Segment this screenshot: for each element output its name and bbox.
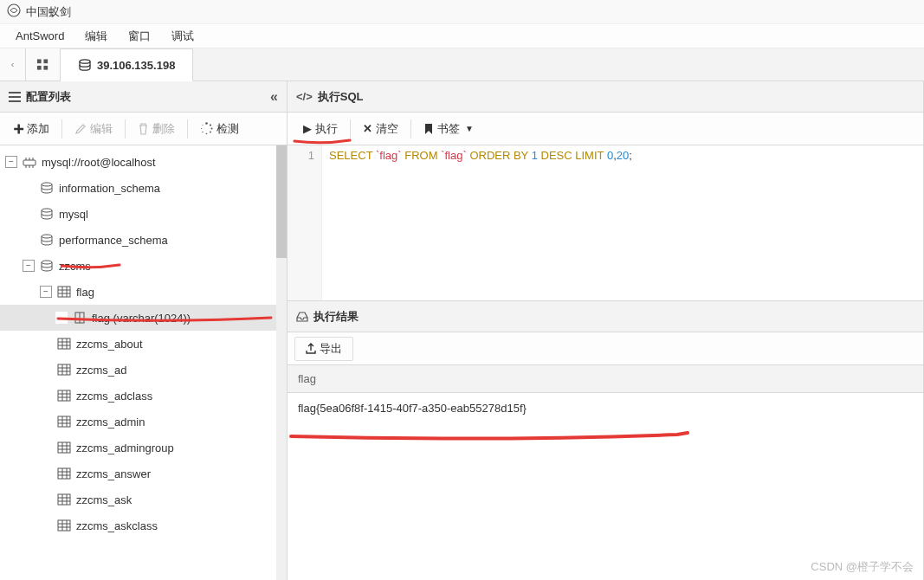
connection-tab[interactable]: 39.106.135.198 xyxy=(61,48,193,81)
svg-point-13 xyxy=(206,133,208,135)
table-zzcms-askclass[interactable]: zzcms_askclass xyxy=(0,512,287,538)
svg-rect-29 xyxy=(58,468,70,479)
delete-button[interactable]: 删除 xyxy=(129,118,184,140)
table-flag[interactable]: − flag xyxy=(0,279,287,305)
sidebar-title: 配置列表 xyxy=(26,89,71,105)
separator xyxy=(61,119,62,139)
home-tab[interactable] xyxy=(26,48,61,81)
delete-label: 删除 xyxy=(152,121,175,137)
tree-scrollbar-thumb[interactable] xyxy=(276,145,287,258)
check-button[interactable]: 检测 xyxy=(191,118,248,140)
tab-bar: 39.106.135.198 xyxy=(0,48,924,81)
svg-rect-25 xyxy=(58,364,70,375)
bookmark-label: 书签 xyxy=(437,121,460,137)
db-information-schema[interactable]: information_schema xyxy=(0,175,287,201)
run-button[interactable]: ▶ 执行 xyxy=(294,118,346,140)
clear-button[interactable]: ✕ 清空 xyxy=(354,118,407,140)
add-button[interactable]: ➕︎ 添加 xyxy=(5,118,58,140)
collapse-icon[interactable]: − xyxy=(40,286,52,298)
sql-editor[interactable]: 1 SELECT `flag` FROM `flag` ORDER BY 1 D… xyxy=(288,145,923,301)
database-icon xyxy=(38,234,55,246)
db-label: performance_schema xyxy=(59,234,168,247)
separator xyxy=(125,119,126,139)
export-label: 导出 xyxy=(320,341,342,357)
table-zzcms-about[interactable]: zzcms_about xyxy=(0,331,287,357)
ident-flag-table: `flag` xyxy=(441,149,467,162)
svg-rect-2 xyxy=(43,59,48,63)
menu-debug[interactable]: 调试 xyxy=(163,26,203,47)
svg-rect-24 xyxy=(58,338,70,349)
database-icon xyxy=(38,208,55,220)
separator xyxy=(187,119,188,139)
table-zzcms-admin[interactable]: zzcms_admin xyxy=(0,409,287,435)
svg-point-12 xyxy=(210,132,211,133)
app-icon xyxy=(7,3,21,20)
result-grid[interactable]: flag flag{5ea06f8f-1415-40f7-a350-eab552… xyxy=(288,365,923,580)
svg-point-21 xyxy=(42,261,52,264)
chevron-down-icon: ▼ xyxy=(465,124,474,133)
db-zzcms[interactable]: − zzcms xyxy=(0,253,287,279)
column-flag[interactable]: flag (varchar(1024)) xyxy=(0,305,287,331)
table-label: zzcms_askclass xyxy=(76,519,158,532)
sidebar-toolbar: ➕︎ 添加 编辑 删除 检测 xyxy=(0,113,287,145)
edit-label: 编辑 xyxy=(90,121,113,137)
edit-button[interactable]: 编辑 xyxy=(66,118,121,140)
separator xyxy=(410,119,411,139)
table-zzcms-answer[interactable]: zzcms_answer xyxy=(0,461,287,487)
kw-desc: DESC xyxy=(541,149,572,162)
db-tree[interactable]: − mysql://root@localhost information_sch… xyxy=(0,145,287,580)
menu-antsword[interactable]: AntSword xyxy=(7,27,73,45)
svg-rect-6 xyxy=(9,92,21,93)
sql-toolbar: ▶ 执行 ✕ 清空 书签 ▼ xyxy=(288,113,923,145)
table-label: zzcms_answer xyxy=(76,467,151,480)
export-button[interactable]: 导出 xyxy=(294,337,353,361)
code-icon: </> xyxy=(296,90,313,103)
collapse-icon[interactable]: − xyxy=(5,156,17,168)
menu-bar: AntSword 编辑 窗口 调试 xyxy=(0,24,924,48)
table-icon xyxy=(55,364,73,376)
pencil-icon xyxy=(74,123,87,135)
menu-edit[interactable]: 编辑 xyxy=(76,26,116,47)
db-performance-schema[interactable]: performance_schema xyxy=(0,227,287,253)
connection-tab-label: 39.106.135.198 xyxy=(97,59,175,72)
svg-point-15 xyxy=(201,128,202,129)
menu-window[interactable]: 窗口 xyxy=(120,26,159,47)
db-mysql[interactable]: mysql xyxy=(0,201,287,227)
tab-nav-left[interactable] xyxy=(0,48,26,81)
table-zzcms-ad[interactable]: zzcms_ad xyxy=(0,357,287,383)
ident-flag: `flag` xyxy=(376,149,402,162)
svg-rect-31 xyxy=(58,520,70,531)
svg-rect-26 xyxy=(58,390,70,401)
svg-point-0 xyxy=(8,4,20,16)
table-icon xyxy=(55,441,73,454)
svg-point-14 xyxy=(202,132,203,132)
window-title: 中国蚁剑 xyxy=(26,4,71,20)
svg-rect-1 xyxy=(37,59,42,63)
result-cell[interactable]: flag{5ea06f8f-1415-40f7-a350-eab55278d15… xyxy=(288,393,923,423)
sidebar-collapse[interactable]: « xyxy=(270,89,278,105)
loading-icon xyxy=(200,122,213,135)
svg-point-18 xyxy=(42,183,52,186)
table-zzcms-adclass[interactable]: zzcms_adclass xyxy=(0,383,287,409)
table-label: zzcms_adclass xyxy=(76,390,152,403)
collapse-icon[interactable]: − xyxy=(23,260,35,272)
svg-rect-28 xyxy=(58,442,70,453)
bookmark-button[interactable]: 书签 ▼ xyxy=(415,118,482,140)
svg-point-9 xyxy=(205,122,208,125)
line-number: 1 xyxy=(288,149,314,162)
sql-code[interactable]: SELECT `flag` FROM `flag` ORDER BY 1 DES… xyxy=(322,145,639,300)
connection-icon xyxy=(21,155,38,169)
sql-header-label: 执行SQL xyxy=(318,89,364,105)
trash-icon xyxy=(138,123,149,135)
table-zzcms-admingroup[interactable]: zzcms_admingroup xyxy=(0,435,287,461)
annotation-underline xyxy=(288,431,695,443)
tree-root-label: mysql://root@localhost xyxy=(42,156,156,169)
result-column-header[interactable]: flag xyxy=(288,365,923,393)
db-label: information_schema xyxy=(59,182,160,195)
database-icon xyxy=(38,182,55,194)
table-zzcms-ask[interactable]: zzcms_ask xyxy=(0,487,287,512)
plus-icon: ➕︎ xyxy=(14,121,23,137)
editor-gutter: 1 xyxy=(288,145,322,300)
tree-root[interactable]: − mysql://root@localhost xyxy=(0,149,287,175)
check-label: 检测 xyxy=(216,121,239,137)
